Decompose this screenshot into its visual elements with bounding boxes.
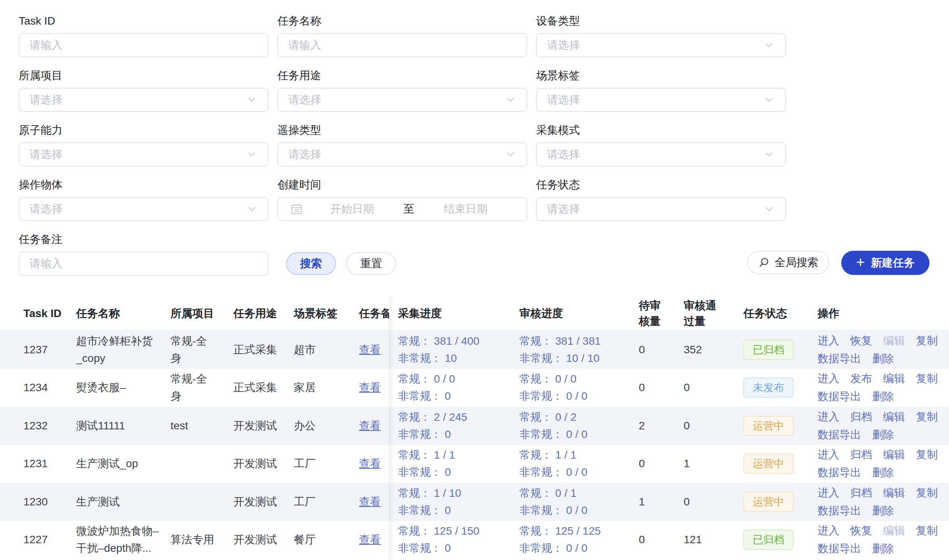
cell-status: 已归档	[743, 331, 817, 369]
cell-scene: 工厂	[294, 445, 357, 483]
action-link[interactable]: 复制	[916, 408, 938, 426]
action-link[interactable]: 复制	[916, 332, 938, 350]
remark-view-link[interactable]: 查看	[359, 494, 381, 509]
task-remark-input[interactable]	[19, 252, 268, 276]
header-task-name: 任务名称	[76, 296, 171, 330]
cell-pending-count: 0	[637, 445, 682, 483]
action-link[interactable]: 数据导出	[817, 464, 861, 482]
action-link[interactable]: 复制	[916, 446, 938, 464]
action-link[interactable]: 编辑	[883, 446, 905, 464]
global-search-label: 全局搜索	[775, 255, 818, 270]
action-link[interactable]: 复制	[916, 484, 938, 502]
date-separator: 至	[401, 202, 417, 216]
cell-task-name: 生产测试	[76, 483, 171, 521]
reset-button[interactable]: 重置	[346, 252, 396, 275]
action-link[interactable]: 数据导出	[817, 502, 861, 520]
cell-pending-count: 0	[637, 331, 682, 369]
collect-regular: 常规： 381 / 400	[398, 333, 480, 350]
cell-task-id: 1234	[0, 369, 76, 407]
review-regular: 常规： 1 / 1	[519, 447, 576, 464]
device-type-select[interactable]: 请选择	[536, 33, 786, 57]
action-link[interactable]: 复制	[916, 522, 938, 540]
field-label: 操作物体	[19, 179, 268, 191]
cell-review-progress: 常规： 0 / 0 非常规： 0 / 0	[519, 369, 637, 407]
cell-review-progress: 常规： 381 / 381 非常规： 10 / 10	[519, 331, 637, 369]
remark-view-link[interactable]: 查看	[359, 418, 381, 433]
action-link[interactable]: 数据导出	[817, 540, 861, 558]
action-link[interactable]: 进入	[817, 332, 839, 350]
action-link[interactable]: 归档	[850, 484, 872, 502]
search-button[interactable]: 搜索	[286, 252, 336, 275]
scene-tag-select[interactable]: 请选择	[536, 88, 786, 112]
object-select[interactable]: 请选择	[19, 197, 268, 221]
action-link[interactable]: 数据导出	[817, 388, 861, 406]
review-irregular: 非常规： 0 / 0	[519, 502, 587, 519]
task-name-input[interactable]	[277, 33, 527, 57]
cell-pending-count: 2	[637, 407, 682, 445]
action-link[interactable]: 编辑	[883, 408, 905, 426]
action-link[interactable]: 归档	[850, 446, 872, 464]
action-link[interactable]: 恢复	[850, 522, 872, 540]
action-link[interactable]: 编辑	[883, 484, 905, 502]
table-row: 1234 熨烫衣服– 常规-全身 正式采集 家居 查看 常规： 0 / 0 非常…	[0, 369, 949, 407]
teleop-type-select[interactable]: 请选择	[277, 142, 527, 167]
project-select[interactable]: 请选择	[19, 88, 268, 112]
remark-view-link[interactable]: 查看	[359, 342, 381, 357]
action-link[interactable]: 发布	[850, 370, 872, 388]
action-link[interactable]: 删除	[872, 540, 894, 558]
header-remark: 任务备注	[357, 296, 389, 330]
action-link[interactable]: 复制	[916, 370, 938, 388]
cell-project	[171, 445, 233, 483]
action-link[interactable]: 删除	[872, 388, 894, 406]
action-link[interactable]: 数据导出	[817, 350, 861, 368]
actions-cell: 进入归档编辑复制数据导出删除	[817, 445, 949, 483]
action-link[interactable]: 恢复	[850, 332, 872, 350]
plus-icon: +	[856, 255, 865, 269]
remark-view-link[interactable]: 查看	[359, 456, 381, 471]
cell-remark: 查看	[357, 521, 389, 559]
chevron-down-icon	[246, 203, 258, 215]
cell-collect-progress: 常规： 1 / 1 非常规： 0	[389, 445, 519, 483]
action-link[interactable]: 删除	[872, 426, 894, 444]
action-link[interactable]: 进入	[817, 446, 839, 464]
create-time-range-picker[interactable]: 开始日期 至 结束日期	[277, 197, 527, 221]
action-link[interactable]: 进入	[817, 484, 839, 502]
global-search-button[interactable]: 全局搜索	[747, 251, 829, 274]
chevron-down-icon	[505, 149, 516, 160]
filter-row-3: 原子能力 请选择 遥操类型 请选择 采集模式 请选择	[19, 124, 949, 167]
field-purpose: 任务用途 请选择	[277, 69, 527, 112]
new-task-button[interactable]: + 新建任务	[841, 251, 929, 275]
header-task-id: Task ID	[0, 296, 76, 330]
action-link[interactable]: 删除	[872, 502, 894, 520]
action-link[interactable]: 删除	[872, 464, 894, 482]
cell-passed-count: 0	[682, 483, 743, 521]
date-start-placeholder[interactable]: 开始日期	[303, 202, 401, 216]
cell-pending-count: 0	[637, 521, 682, 559]
cell-status: 未发布	[743, 369, 817, 407]
atomic-ability-select[interactable]: 请选择	[19, 142, 268, 167]
action-link[interactable]: 编辑	[883, 370, 905, 388]
cell-remark: 查看	[357, 483, 389, 521]
action-link[interactable]: 进入	[817, 370, 839, 388]
task-id-input[interactable]	[19, 33, 268, 57]
action-link[interactable]: 数据导出	[817, 426, 861, 444]
table-body: 1237 超市冷鲜柜补货_copy 常规-全身 正式采集 超市 查看 常规： 3…	[0, 331, 949, 559]
task-status-select[interactable]: 请选择	[536, 197, 786, 221]
cell-task-id: 1227	[0, 521, 76, 559]
review-irregular: 非常规： 0 / 0	[519, 540, 587, 557]
action-link[interactable]: 进入	[817, 522, 839, 540]
search-icon	[758, 257, 770, 268]
action-link[interactable]: 进入	[817, 408, 839, 426]
chevron-down-icon	[763, 94, 775, 106]
table-row: 1227 微波炉加热食物–干扰–depth降... 算法专用 开发测试 餐厅 查…	[0, 521, 949, 559]
action-link[interactable]: 删除	[872, 350, 894, 368]
cell-status: 运营中	[743, 445, 817, 483]
cell-project: 常规-全身	[171, 331, 233, 369]
purpose-select[interactable]: 请选择	[277, 88, 527, 112]
action-link[interactable]: 归档	[850, 408, 872, 426]
collect-mode-select[interactable]: 请选择	[536, 142, 786, 167]
remark-view-link[interactable]: 查看	[359, 532, 381, 547]
action-link: 编辑	[883, 522, 905, 540]
date-end-placeholder[interactable]: 结束日期	[417, 202, 515, 216]
remark-view-link[interactable]: 查看	[359, 380, 381, 395]
